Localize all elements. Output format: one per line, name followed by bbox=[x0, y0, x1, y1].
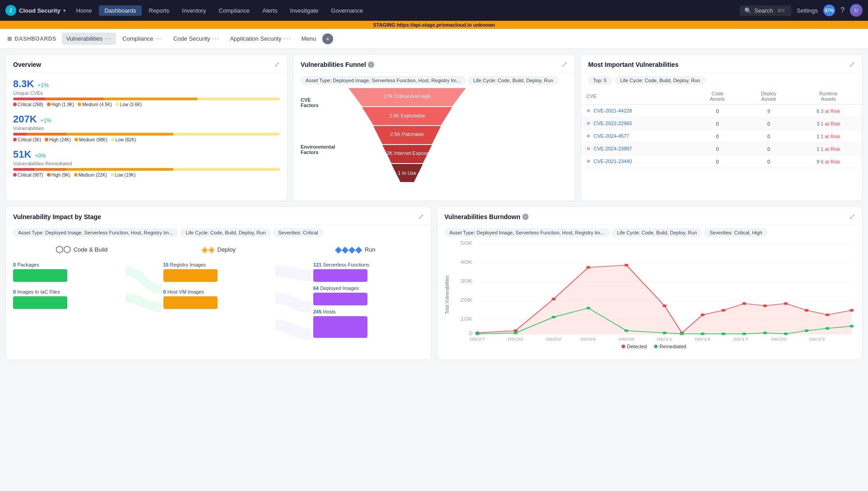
cve-link[interactable]: CVE-2024-23897 bbox=[594, 146, 632, 151]
svg-text:05/30: 05/30 bbox=[507, 337, 523, 341]
svg-point-26 bbox=[586, 266, 590, 269]
nav-item-investigate[interactable]: Investigate bbox=[284, 5, 324, 16]
nav-item-reports[interactable]: Reports bbox=[144, 5, 175, 16]
remediated-label: Remediated bbox=[659, 344, 686, 349]
cve-link[interactable]: CVE-2021-23440 bbox=[594, 159, 632, 164]
col-code-assets: CodeAssets bbox=[692, 88, 743, 105]
tab-vulnerabilities[interactable]: Vulnerabilities ⋯ bbox=[62, 33, 116, 45]
help-button[interactable]: ? bbox=[840, 6, 845, 14]
tab-compliance[interactable]: Compliance ⋯ bbox=[118, 33, 167, 45]
impact-asset-type-filter[interactable]: Asset Type: Deployed Image, Serverless F… bbox=[13, 229, 178, 237]
compliance-menu-dots[interactable]: ⋯ bbox=[155, 34, 162, 43]
nav-item-alerts[interactable]: Alerts bbox=[257, 5, 283, 16]
funnel-header: Vulnerabilities Funnel i ⤢ bbox=[293, 55, 575, 73]
svg-point-34 bbox=[784, 302, 788, 305]
app-dropdown-arrow[interactable]: ▾ bbox=[63, 8, 65, 13]
svg-point-50 bbox=[804, 329, 808, 332]
cves-change: +1% bbox=[37, 82, 48, 89]
burndown-asset-type-filter[interactable]: Asset Type: Deployed Image, Serverless F… bbox=[445, 229, 609, 237]
legend-detected: Detected bbox=[622, 344, 647, 349]
code-assets-cell: 0 bbox=[692, 155, 743, 168]
nav-item-dashboards[interactable]: Dashboards bbox=[99, 5, 141, 16]
cve-link[interactable]: CVE-2022-22965 bbox=[594, 121, 632, 126]
cves-legend: Critical (268) High (1.9K) Medium (4.5K)… bbox=[13, 102, 280, 107]
metric-vulnerabilities: 207K +1% Vulnerabilities Critical (3K) H… bbox=[13, 113, 280, 142]
serverless-count: 121 Serverless Functions bbox=[313, 262, 424, 267]
user-avatar[interactable]: U bbox=[850, 4, 863, 17]
svg-text:40K: 40K bbox=[460, 260, 473, 265]
most-important-expand-button[interactable]: ⤢ bbox=[849, 60, 855, 69]
top-n-filter[interactable]: Top: 5 bbox=[588, 76, 612, 84]
lifecycle-filter[interactable]: Life Cycle: Code, Build, Deploy, Run bbox=[615, 76, 705, 84]
impact-lifecycle-filter[interactable]: Life Cycle: Code, Build, Deploy, Run bbox=[181, 229, 270, 237]
overview-body: 8.3K +1% Unique CVEs Critical (268) High… bbox=[6, 73, 287, 189]
cve-factors-label: CVEFactors bbox=[301, 97, 337, 108]
packages-count: 0 Packages bbox=[13, 262, 124, 267]
burndown-severities-filter[interactable]: Severities: Critical, High bbox=[705, 229, 767, 237]
chart-wrapper: Total Vulnerabilities 50K 40K 30K 20K 10… bbox=[445, 240, 855, 349]
detected-label: Detected bbox=[627, 344, 647, 349]
svg-text:10K: 10K bbox=[460, 317, 473, 322]
svg-text:30K: 30K bbox=[460, 279, 473, 284]
deploy-assets-cell: 0 bbox=[743, 117, 795, 130]
stage-headers: ⬡⬡ Code & Build ◈◈ Deploy ◆◆◆◆ Run bbox=[13, 244, 424, 255]
impact-severities-filter[interactable]: Severities: Critical bbox=[274, 229, 323, 237]
svg-text:50K: 50K bbox=[460, 241, 473, 246]
risk-icon: ✕ bbox=[586, 108, 590, 113]
col-deploy-assets: DeployAssets bbox=[743, 88, 795, 105]
nav-item-compliance[interactable]: Compliance bbox=[214, 5, 255, 16]
burndown-expand-button[interactable]: ⤢ bbox=[849, 212, 855, 221]
svg-point-28 bbox=[662, 304, 666, 307]
svg-point-25 bbox=[552, 298, 556, 300]
overview-expand-button[interactable]: ⤢ bbox=[274, 60, 280, 69]
funnel-asset-type-filter[interactable]: Asset Type: Deployed Image, Serverless F… bbox=[301, 76, 465, 84]
runtime-assets-cell: 1 1 at Risk bbox=[794, 143, 862, 155]
funnel-lifecycle-filter[interactable]: Life Cycle: Code, Build, Deploy, Run bbox=[468, 76, 558, 84]
application-security-menu-dots[interactable]: ⋯ bbox=[283, 34, 291, 43]
serverless-bar bbox=[313, 269, 367, 282]
add-dashboard-button[interactable]: + bbox=[322, 33, 333, 44]
impact-expand-button[interactable]: ⤢ bbox=[418, 212, 424, 221]
funnel-visual: 27K Critical And High 2.6K Exploitable 2… bbox=[344, 88, 567, 193]
y-axis-label: Total Vulnerabilities bbox=[445, 276, 450, 314]
code-security-menu-dots[interactable]: ⋯ bbox=[212, 34, 219, 43]
cve-link[interactable]: CVE-2021-44228 bbox=[594, 108, 632, 113]
svg-point-39 bbox=[513, 332, 517, 334]
tab-application-security[interactable]: Application Security ⋯ bbox=[225, 33, 295, 45]
table-header-row: CVE CodeAssets DeployAssets RuntimeAsset… bbox=[581, 88, 862, 105]
svg-point-32 bbox=[742, 302, 746, 305]
nav-item-inventory[interactable]: Inventory bbox=[176, 5, 211, 16]
env-factors-label: EnvironmentalFactors bbox=[301, 144, 337, 155]
y-axis-label-container: Total Vulnerabilities bbox=[445, 240, 450, 349]
funnel-expand-button[interactable]: ⤢ bbox=[562, 60, 567, 69]
nav-item-governance[interactable]: Governance bbox=[325, 5, 368, 16]
cve-link[interactable]: CVE-2024-4577 bbox=[594, 133, 629, 139]
risk-icon: ✕ bbox=[586, 133, 590, 139]
overview-card: Overview ⤢ 8.3K +1% Unique CVEs Critical… bbox=[5, 54, 288, 201]
settings-button[interactable]: Settings bbox=[797, 7, 818, 14]
dashboard-sub-navigation: ⊞ DASHBOARDS Vulnerabilities ⋯ Complianc… bbox=[0, 29, 868, 49]
tab-menu[interactable]: Menu bbox=[297, 33, 321, 44]
app-logo[interactable]: Z Cloud Security ▾ bbox=[5, 5, 65, 16]
vulnerabilities-menu-dots[interactable]: ⋯ bbox=[104, 34, 111, 43]
svg-text:06/05: 06/05 bbox=[580, 337, 596, 341]
deployed-count: 64 Deployed Images bbox=[313, 285, 424, 291]
tab-code-security[interactable]: Code Security ⋯ bbox=[169, 33, 224, 45]
search-button[interactable]: 🔍 Search ⌘K bbox=[740, 5, 791, 16]
svg-text:1 In Use: 1 In Use bbox=[398, 170, 417, 176]
burndown-lifecycle-filter[interactable]: Life Cycle: Code, Build, Deploy, Run bbox=[612, 229, 702, 237]
stage-header-deploy: ◈◈ Deploy bbox=[150, 244, 287, 255]
host-vm-group: 0 Host VM Images bbox=[163, 289, 274, 309]
col-runtime-assets: RuntimeAssets bbox=[794, 88, 862, 105]
nav-item-home[interactable]: Home bbox=[71, 5, 97, 16]
score-badge[interactable]: 87% bbox=[823, 5, 835, 16]
stage-header-run: ◆◆◆◆ Run bbox=[287, 244, 423, 255]
funnel-info-icon[interactable]: i bbox=[368, 61, 374, 68]
burndown-body: Asset Type: Deployed Image, Serverless F… bbox=[437, 225, 863, 353]
runtime-assets-cell: 6 3 at Risk bbox=[794, 105, 862, 117]
table-row: ✕ CVE-2024-4577 0 0 1 1 at Risk bbox=[581, 130, 862, 143]
detected-dot bbox=[622, 345, 625, 348]
burndown-info-icon[interactable]: i bbox=[522, 214, 529, 220]
burndown-title: Vulnerabilities Burndown bbox=[445, 213, 520, 220]
remediated-value: 51K bbox=[13, 149, 31, 160]
